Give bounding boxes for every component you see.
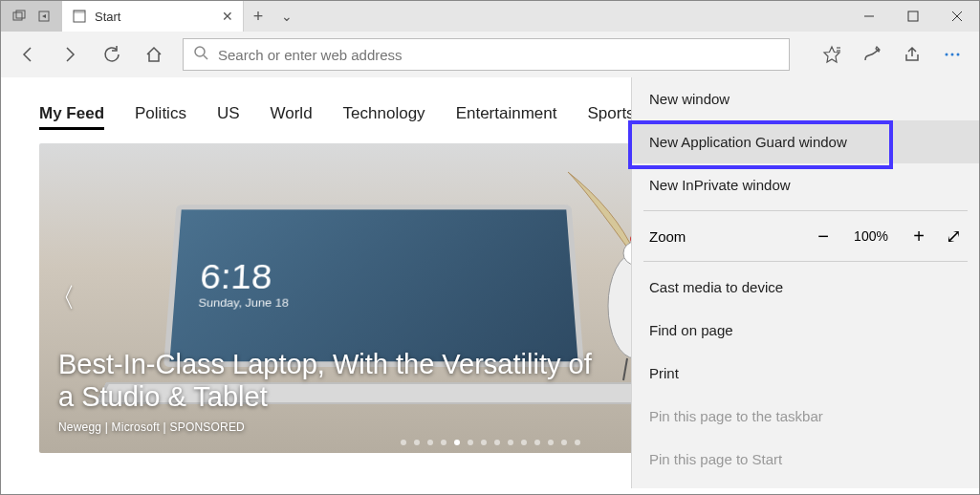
menu-pin-taskbar: Pin this page to the taskbar [632, 395, 979, 438]
feed-nav-item[interactable]: Politics [135, 104, 186, 130]
menu-separator [643, 261, 968, 262]
carousel-dot[interactable] [427, 440, 433, 445]
carousel-dot[interactable] [454, 440, 460, 445]
carousel-dot[interactable] [521, 440, 527, 445]
carousel-dot[interactable] [414, 440, 420, 445]
fullscreen-button[interactable]: ⤢ [946, 225, 962, 248]
home-button[interactable] [135, 35, 173, 74]
hero-caption: Best-In-Class Laptop, With the Versatili… [58, 349, 594, 434]
svg-rect-6 [908, 11, 918, 21]
set-aside-tabs-icon[interactable] [32, 1, 56, 32]
feed-nav-item[interactable]: Sports [587, 104, 634, 130]
forward-button[interactable] [51, 35, 89, 74]
hero-clock-date: Sunday, June 18 [198, 296, 574, 310]
minimize-button[interactable] [847, 1, 891, 32]
address-bar[interactable] [183, 38, 790, 71]
carousel-dot[interactable] [494, 440, 500, 445]
svg-line-19 [623, 358, 627, 380]
settings-menu: New window New Application Guard window … [631, 77, 979, 488]
carousel-dot[interactable] [575, 440, 580, 445]
feed-nav-item[interactable]: My Feed [39, 104, 104, 130]
feed-nav-item[interactable]: Entertainment [456, 104, 557, 130]
tab-actions-group [1, 1, 62, 32]
favorites-button[interactable] [813, 35, 851, 74]
svg-point-9 [195, 47, 205, 56]
svg-point-15 [957, 54, 960, 56]
menu-cast[interactable]: Cast media to device [632, 266, 979, 309]
address-input[interactable] [218, 47, 779, 63]
feed-nav-item[interactable]: US [217, 104, 240, 130]
menu-new-appguard[interactable]: New Application Guard window [632, 120, 979, 163]
menu-new-window[interactable]: New window [632, 77, 979, 120]
carousel-dot[interactable] [561, 440, 567, 445]
refresh-button[interactable] [93, 35, 131, 74]
tab-menu-chevron-icon[interactable]: ⌄ [272, 9, 301, 24]
menu-pin-start: Pin this page to Start [632, 438, 979, 481]
svg-rect-1 [16, 11, 25, 18]
toolbar [1, 32, 979, 77]
carousel-prev-button[interactable]: 〈 [45, 275, 79, 321]
svg-point-13 [946, 54, 948, 56]
zoom-in-button[interactable]: + [905, 226, 932, 248]
new-tab-button[interactable]: + [244, 7, 272, 27]
share-button[interactable] [893, 35, 931, 74]
zoom-value: 100% [850, 228, 892, 244]
tab-preview-icon[interactable] [7, 1, 32, 32]
notes-button[interactable] [853, 35, 891, 74]
carousel-dot[interactable] [508, 440, 513, 445]
tab-title: Start [95, 10, 214, 24]
carousel-dot[interactable] [534, 440, 540, 445]
new-tab-area: + ⌄ [244, 1, 301, 32]
feed-nav-item[interactable]: Technology [343, 104, 425, 130]
menu-find[interactable]: Find on page [632, 309, 979, 352]
zoom-out-button[interactable]: − [810, 226, 837, 248]
settings-more-button[interactable] [933, 35, 971, 74]
carousel-dot[interactable] [401, 440, 406, 445]
title-bar: Start ✕ + ⌄ [1, 1, 979, 32]
back-button[interactable] [9, 35, 47, 74]
close-tab-button[interactable]: ✕ [222, 9, 233, 24]
carousel-dot[interactable] [441, 440, 446, 445]
zoom-label: Zoom [649, 228, 796, 245]
menu-new-inprivate[interactable]: New InPrivate window [632, 163, 979, 206]
close-window-button[interactable] [935, 1, 979, 32]
carousel-dot[interactable] [548, 440, 554, 445]
tab-favicon-icon [72, 9, 87, 24]
carousel-dot[interactable] [468, 440, 473, 445]
svg-point-14 [951, 54, 954, 56]
svg-rect-4 [74, 11, 85, 13]
svg-line-10 [204, 55, 207, 59]
browser-tab[interactable]: Start ✕ [62, 1, 244, 32]
menu-zoom-row: Zoom − 100% + ⤢ [632, 215, 979, 257]
search-icon [193, 45, 208, 64]
carousel-dots[interactable] [401, 440, 580, 445]
hero-subline: Newegg | Microsoft | SPONSORED [58, 420, 594, 434]
feed-nav-item[interactable]: World [271, 104, 313, 130]
carousel-dot[interactable] [481, 440, 487, 445]
menu-separator [643, 210, 968, 211]
hero-headline: Best-In-Class Laptop, With the Versatili… [58, 349, 594, 413]
svg-rect-0 [13, 12, 22, 20]
window-controls [847, 1, 979, 32]
hero-clock-time: 6:18 [199, 258, 573, 296]
menu-print[interactable]: Print [632, 352, 979, 395]
maximize-button[interactable] [891, 1, 935, 32]
